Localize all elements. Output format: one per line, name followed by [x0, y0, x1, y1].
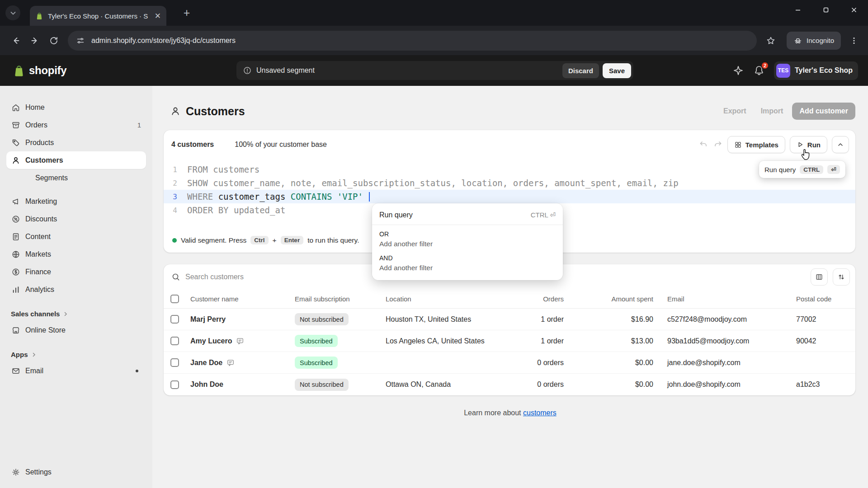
sidebar-item-content[interactable]: Content	[6, 228, 146, 245]
browser-tabstrip: Tyler's Eco Shop · Customers · S ✕ +	[0, 0, 868, 26]
chevron-up-icon	[837, 141, 844, 148]
row-checkbox[interactable]	[170, 315, 179, 324]
row-checkbox[interactable]	[170, 380, 179, 389]
sort-button[interactable]	[833, 268, 850, 286]
col-email-subscription[interactable]: Email subscription	[288, 295, 379, 303]
valid-status-icon	[172, 238, 177, 243]
row-checkbox[interactable]	[170, 337, 179, 345]
shopify-logo[interactable]: shopify	[13, 55, 66, 86]
col-location[interactable]: Location	[379, 295, 535, 303]
chevron-right-icon	[31, 352, 37, 357]
customer-name[interactable]: Amy Lucero	[184, 337, 288, 345]
store-menu[interactable]: TES Tyler's Eco Shop	[774, 61, 858, 80]
sidebar-item-label: Customers	[25, 156, 63, 164]
dropdown-run-query[interactable]: Run query CTRL ⏎	[372, 206, 563, 225]
add-customer-button[interactable]: Add customer	[792, 103, 855, 120]
customer-subscription: Subscribed	[288, 357, 379, 369]
window-minimize-button[interactable]	[784, 0, 812, 20]
sidebar-item-customers[interactable]: Customers	[6, 151, 146, 169]
editor-line-1[interactable]: 1FROM customers	[164, 163, 855, 176]
sidebar-item-label: Content	[25, 233, 51, 241]
import-button[interactable]: Import	[755, 103, 789, 119]
email-icon	[11, 366, 20, 375]
sidebar-item-products[interactable]: Products	[6, 134, 146, 151]
site-settings-icon[interactable]	[76, 36, 85, 45]
tooltip-kbd-enter: ⏎	[827, 165, 840, 174]
export-button[interactable]: Export	[718, 103, 752, 119]
sidebar-item-marketing[interactable]: Marketing	[6, 192, 146, 210]
analytics-icon	[11, 285, 20, 294]
sidebar-item-settings[interactable]: Settings	[6, 463, 146, 481]
reload-icon[interactable]	[44, 31, 63, 50]
bookmark-star-icon[interactable]	[761, 31, 780, 50]
collapse-editor-button[interactable]	[832, 136, 849, 153]
customer-row[interactable]: John DoeNot subscribedOttawa ON, Canada0…	[164, 374, 855, 395]
editor-line-2[interactable]: 2SHOW customer_name, note, email_subscri…	[164, 176, 855, 190]
customer-count: 4 customers	[171, 141, 214, 149]
notification-count-badge: 2	[761, 61, 769, 70]
incognito-badge: Incognito	[787, 32, 841, 50]
sidebar-item-finance[interactable]: Finance	[6, 263, 146, 281]
redo-icon[interactable]	[713, 140, 723, 150]
tab-search-icon[interactable]	[5, 5, 20, 20]
apps-header[interactable]: Apps	[11, 351, 142, 358]
url-bar[interactable]: admin.shopify.com/store/jy63jq-dc/custom…	[68, 31, 757, 51]
window-maximize-button[interactable]	[812, 0, 840, 20]
mouse-cursor	[800, 147, 812, 163]
tab-title: Tyler's Eco Shop · Customers · S	[48, 12, 150, 20]
new-tab-button[interactable]: +	[180, 6, 193, 19]
orders-count-badge: 1	[137, 121, 141, 129]
sidebar-item-home[interactable]: Home	[6, 99, 146, 116]
customer-row[interactable]: Amy LuceroSubscribedLos Angeles CA, Unit…	[164, 330, 855, 352]
undo-icon[interactable]	[698, 140, 708, 150]
customer-row[interactable]: Marj PerryNot subscribedHouston TX, Unit…	[164, 309, 855, 330]
notifications-button[interactable]: 2	[753, 65, 765, 76]
note-icon	[236, 337, 244, 345]
col-email[interactable]: Email	[660, 295, 789, 303]
sidekick-icon[interactable]	[732, 65, 744, 76]
browser-tab[interactable]: Tyler's Eco Shop · Customers · S ✕	[30, 6, 166, 26]
customer-orders: 0 orders	[535, 380, 571, 389]
line-number: 4	[170, 206, 177, 215]
customer-name[interactable]: John Doe	[184, 380, 288, 389]
back-icon[interactable]	[6, 31, 25, 50]
discard-button[interactable]: Discard	[562, 63, 599, 78]
sidebar-item-label: Home	[25, 103, 45, 112]
customer-location: Ottawa ON, Canada	[379, 380, 535, 389]
dropdown-and-filter[interactable]: AND Add another filter	[372, 252, 563, 276]
window-close-button[interactable]	[840, 0, 868, 20]
chevron-right-icon	[63, 311, 68, 317]
col-orders[interactable]: Orders	[535, 295, 571, 303]
dropdown-or-filter[interactable]: OR Add another filter	[372, 228, 563, 252]
customer-location: Houston TX, United States	[379, 315, 535, 324]
sidebar-item-segments[interactable]: Segments	[6, 169, 146, 187]
customers-help-link[interactable]: customers	[523, 409, 557, 417]
col-postal-code[interactable]: Postal code	[789, 295, 855, 303]
sidebar-item-markets[interactable]: Markets	[6, 245, 146, 263]
sidebar: Home Orders 1 Products Customers Segment…	[0, 86, 152, 488]
templates-button[interactable]: Templates	[727, 136, 785, 153]
tab-close-icon[interactable]: ✕	[155, 12, 161, 20]
col-customer-name[interactable]: Customer name	[184, 295, 288, 303]
products-icon	[11, 138, 20, 147]
customer-row[interactable]: Jane DoeSubscribed0 orders$0.00jane.doe@…	[164, 352, 855, 374]
row-checkbox[interactable]	[170, 358, 179, 367]
sidebar-item-discounts[interactable]: Discounts	[6, 210, 146, 228]
save-button[interactable]: Save	[603, 63, 631, 78]
sidebar-item-online-store[interactable]: Online Store	[6, 321, 146, 339]
sidebar-item-analytics[interactable]: Analytics	[6, 281, 146, 298]
browser-menu-icon[interactable]	[846, 37, 862, 45]
customer-postal-code: 77002	[789, 315, 855, 324]
sidebar-item-orders[interactable]: Orders 1	[6, 116, 146, 134]
sidebar-item-label: Marketing	[25, 197, 57, 206]
customer-name[interactable]: Marj Perry	[184, 315, 288, 324]
edit-columns-button[interactable]	[811, 268, 828, 286]
customer-name[interactable]: Jane Doe	[184, 359, 288, 367]
editor-line-3[interactable]: 3WHERE customer_tags CONTAINS 'VIP'	[164, 190, 855, 203]
select-all-checkbox[interactable]	[170, 295, 179, 303]
sidebar-item-email[interactable]: Email	[6, 362, 146, 380]
customer-amount-spent: $13.00	[571, 337, 660, 345]
col-amount-spent[interactable]: Amount spent	[571, 295, 660, 303]
sales-channels-header[interactable]: Sales channels	[11, 310, 142, 318]
forward-icon[interactable]	[25, 31, 44, 50]
